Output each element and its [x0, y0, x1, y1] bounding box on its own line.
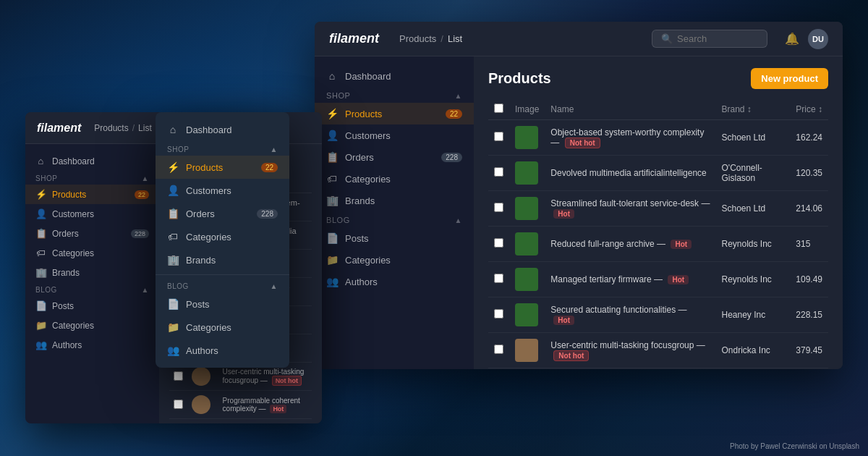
sbf-label-authors: Authors — [52, 340, 82, 350]
blog-categories-icon-back: 📁 — [326, 254, 338, 266]
product-image — [515, 268, 538, 291]
op-item-authors[interactable]: 👥 Authors — [156, 339, 289, 362]
product-brand: Heaney Inc — [716, 297, 791, 333]
orders-icon-back: 📋 — [326, 151, 338, 163]
search-input-back[interactable] — [677, 33, 758, 44]
sbf-label-posts: Posts — [52, 301, 74, 311]
col-brand-back[interactable]: Brand ↕ — [716, 99, 791, 120]
product-tag: Hot — [553, 209, 574, 219]
blog-categories-icon-overlay: 📁 — [167, 321, 179, 333]
row-check[interactable] — [494, 167, 503, 177]
op-item-products[interactable]: ⚡ Products 22 — [156, 156, 289, 179]
breadcrumb-parent-front: Products — [94, 123, 128, 133]
sbf-item-brands[interactable]: 🏢 Brands — [25, 263, 159, 282]
product-image — [515, 126, 538, 149]
sidebar-back: ⌂ Dashboard Shop ▲ ⚡ Products 22 👤 Custo… — [315, 56, 474, 369]
sidebar-item-dashboard-back[interactable]: ⌂ Dashboard — [315, 65, 474, 87]
sbf-item-dashboard[interactable]: ⌂ Dashboard — [25, 151, 159, 171]
sidebar-item-products-back[interactable]: ⚡ Products 22 — [315, 103, 474, 124]
op-label-posts: Posts — [186, 299, 210, 310]
table-row: Streamlined fault-tolerant service-desk … — [488, 191, 828, 227]
sidebar-label-posts-back: Posts — [345, 233, 369, 244]
col-price-back[interactable]: Price ↕ — [790, 99, 828, 120]
op-item-blog-categories[interactable]: 📁 Categories — [156, 316, 289, 339]
op-shop-section: Shop ▲ — [156, 141, 289, 156]
product-image — [515, 232, 538, 256]
product-tag: Not hot — [565, 138, 600, 148]
row-check[interactable] — [494, 238, 503, 248]
sbf-item-products[interactable]: ⚡ Products 22 — [25, 185, 159, 204]
row-check[interactable] — [494, 345, 503, 354]
breadcrumb-front: Products / List — [94, 123, 151, 133]
brands-icon-back: 🏢 — [326, 195, 338, 206]
row-check[interactable] — [174, 400, 183, 409]
sidebar-item-authors-back[interactable]: 👥 Authors — [315, 271, 474, 292]
sidebar-item-posts-back[interactable]: 📄 Posts — [315, 227, 474, 249]
sidebar-label-brands-back: Brands — [345, 195, 375, 206]
select-all-back[interactable] — [494, 104, 503, 113]
product-image — [515, 197, 538, 220]
sidebar-item-brands-back[interactable]: 🏢 Brands — [315, 190, 474, 211]
op-divider — [156, 274, 289, 275]
sbf-item-customers[interactable]: 👤 Customers — [25, 204, 159, 224]
table-row: Secured actuating functionalities — Hot … — [488, 297, 828, 333]
sidebar-label-products-back: Products — [345, 109, 382, 119]
op-label-blog-categories: Categories — [186, 322, 231, 333]
topbar-back: filament Products / List 🔍 🔔 DU — [315, 22, 843, 56]
orders-badge-back: 228 — [441, 153, 462, 162]
products-badge-front: 22 — [135, 190, 149, 199]
breadcrumb-current-back: List — [448, 33, 462, 44]
sbf-item-categories[interactable]: 🏷 Categories — [25, 243, 159, 263]
table-row: Object-based system-worthy complexity — … — [488, 120, 828, 156]
row-check[interactable] — [494, 309, 503, 318]
sidebar-item-categories-back[interactable]: 🏷 Categories — [315, 168, 474, 190]
op-label-categories: Categories — [186, 232, 231, 242]
product-image — [192, 367, 210, 386]
product-tag: Hot — [668, 275, 689, 284]
product-name: Programmable coherent complexity — Hot — [218, 391, 312, 419]
row-check[interactable] — [494, 132, 503, 141]
op-item-brands[interactable]: 🏢 Brands — [156, 248, 289, 271]
row-check[interactable] — [494, 274, 503, 283]
orders-badge-overlay: 228 — [257, 209, 278, 219]
op-item-categories[interactable]: 🏷 Categories — [156, 225, 289, 248]
categories-icon-overlay: 🏷 — [167, 231, 179, 242]
sbf-item-blog-categories[interactable]: 📁 Categories — [25, 316, 159, 335]
avatar-back[interactable]: DU — [808, 29, 828, 49]
customers-icon-front: 👤 — [35, 208, 46, 219]
row-check[interactable] — [174, 371, 183, 381]
table-row: Programmable coherent complexity — Hot W… — [488, 368, 828, 370]
product-name: Managed tertiary firmware — Hot — [545, 262, 715, 297]
product-name: Object-based system-worthy complexity — … — [545, 120, 715, 156]
sbf-item-authors[interactable]: 👥 Authors — [25, 335, 159, 355]
sbf-label-dashboard: Dashboard — [52, 156, 95, 166]
product-name: Streamlined fault-tolerant service-desk … — [545, 191, 715, 227]
sidebar-item-customers-back[interactable]: 👤 Customers — [315, 124, 474, 146]
back-window: filament Products / List 🔍 🔔 DU ⌂ Dashbo… — [315, 22, 843, 369]
search-bar-back[interactable]: 🔍 — [652, 30, 767, 48]
sidebar-label-orders-back: Orders — [345, 152, 374, 163]
products-badge-back: 22 — [446, 109, 462, 119]
sidebar-label-blog-categories-back: Categories — [345, 255, 391, 266]
product-price: 120.35 — [790, 156, 828, 191]
op-item-dashboard[interactable]: ⌂ Dashboard — [156, 118, 289, 141]
sbf-item-orders[interactable]: 📋 Orders 228 — [25, 224, 159, 243]
lightning-icon-front: ⚡ — [35, 189, 46, 200]
op-label-brands: Brands — [186, 255, 216, 266]
bell-icon-back[interactable]: 🔔 — [785, 32, 799, 46]
sidebar-item-blog-categories-back[interactable]: 📁 Categories — [315, 249, 474, 271]
product-image — [515, 161, 538, 185]
sidebar-label-categories-back: Categories — [345, 174, 391, 185]
sbf-item-posts[interactable]: 📄 Posts — [25, 296, 159, 316]
product-price: 109.49 — [790, 262, 828, 297]
op-item-posts[interactable]: 📄 Posts — [156, 292, 289, 316]
product-name: User-centric multi-tasking focusgroup — … — [545, 333, 715, 368]
new-product-button-back[interactable]: New product — [751, 68, 828, 89]
sidebar-label-dashboard-back: Dashboard — [345, 71, 391, 82]
sidebar-label-customers-back: Customers — [345, 130, 391, 141]
sidebar-item-orders-back[interactable]: 📋 Orders 228 — [315, 146, 474, 168]
row-check[interactable] — [494, 203, 503, 212]
op-item-customers[interactable]: 👤 Customers — [156, 179, 289, 202]
main-header-back: Products New product — [488, 68, 828, 89]
op-item-orders[interactable]: 📋 Orders 228 — [156, 202, 289, 225]
